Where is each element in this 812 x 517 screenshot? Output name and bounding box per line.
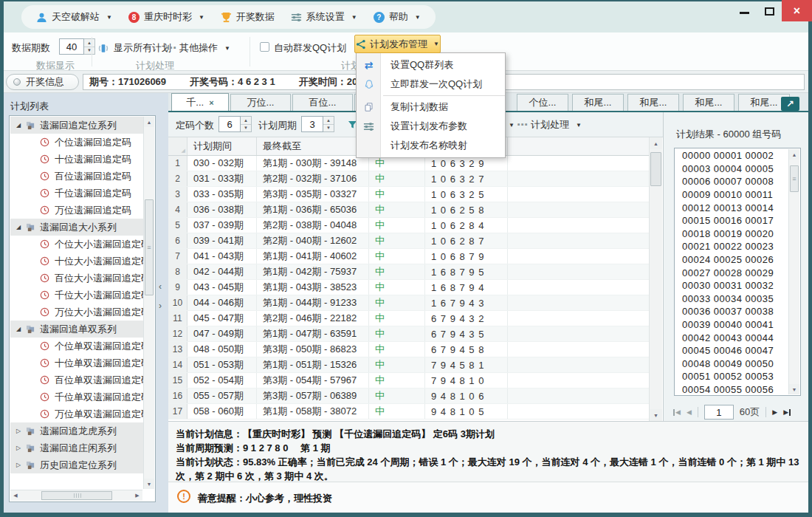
tree-group-row[interactable]: ▷遗漏回追庄闲系列 (10, 439, 144, 456)
scroll-right-icon[interactable]: ▶ (132, 490, 142, 501)
close-button[interactable]: × (782, 0, 812, 21)
menubar-item[interactable]: 天空破解站▼ (36, 10, 112, 24)
table-row[interactable]: 13048 - 050期第3期 - 050期 - 86823中6 7 9 4 5… (168, 342, 649, 357)
spin-down-icon[interactable]: ▼ (84, 47, 94, 55)
first-page-button[interactable]: ◀ (672, 408, 681, 416)
last-page-button[interactable]: ▶ (783, 408, 791, 416)
table-vertical-scrollbar[interactable]: ▲ ▼ (649, 137, 662, 421)
menu-item[interactable]: 立即群发一次QQ计划 (357, 75, 505, 94)
table-row[interactable]: 7041 - 043期第1期 - 041期 - 40602中1 0 6 8 7 … (168, 249, 649, 264)
table-row[interactable]: 2031 - 033期第2期 - 032期 - 37106中1 0 6 3 2 … (168, 171, 649, 187)
tab-0[interactable]: 千...× (171, 93, 229, 111)
tree-expanded-icon[interactable]: ◢ (16, 326, 26, 332)
show-all-plans-button[interactable]: 显示所有计划 (97, 38, 171, 58)
prev-page-button[interactable]: ◀ (687, 408, 692, 416)
scroll-down-icon[interactable]: ▼ (789, 384, 799, 394)
data-period-input[interactable] (59, 38, 84, 55)
tree-item-row[interactable]: 百位单双遗漏回追定码 (10, 372, 144, 388)
header-period[interactable]: 计划期间 (187, 137, 257, 155)
table-row[interactable]: 10044 - 046期第1期 - 044期 - 91233中1 6 7 9 4… (168, 295, 649, 311)
tree-hscroll-thumb[interactable] (41, 491, 112, 500)
tree-collapsed-icon[interactable]: ▷ (16, 445, 26, 451)
tree-item-row[interactable]: 十位单双遗漏回追定码 (10, 355, 144, 372)
table-row[interactable]: 12047 - 049期第1期 - 047期 - 63591中6 7 9 4 3… (168, 326, 649, 342)
table-row[interactable]: 8042 - 044期第1期 - 042期 - 75937中1 6 8 7 9 … (168, 264, 649, 280)
menubar-item[interactable]: ?帮助▼ (374, 10, 421, 24)
spin-up-icon[interactable]: ▲ (323, 117, 334, 125)
table-row[interactable]: 17058 - 060期第1期 - 058期 - 38072中9 4 8 1 0… (168, 404, 649, 420)
auto-qq-checkbox[interactable] (260, 42, 269, 52)
menubar-item[interactable]: 开奖数据 (221, 10, 275, 24)
tree-item-row[interactable]: 个位大小遗漏回追定码 (10, 236, 144, 253)
spin-up-icon[interactable]: ▲ (241, 117, 251, 125)
next-page-button[interactable]: ▶ (772, 408, 777, 416)
results-vertical-scrollbar[interactable]: ▲ ≡ ▼ (788, 149, 799, 394)
tab-7[interactable]: 和尾... (683, 94, 734, 111)
tree-horizontal-scrollbar[interactable]: ◀ ▶ (10, 490, 142, 501)
data-period-stepper[interactable]: ▲▼ (84, 38, 95, 55)
tree-expanded-icon[interactable]: ◢ (16, 224, 26, 230)
scroll-left-icon[interactable]: ◀ (10, 490, 21, 501)
table-row[interactable]: 14051 - 053期第1期 - 051期 - 15326中7 9 4 5 8… (168, 357, 649, 373)
table-row[interactable]: 5037 - 039期第2期 - 038期 - 04048中1 0 6 2 8 … (168, 218, 649, 233)
menu-item[interactable]: 设置计划发布参数 (357, 117, 505, 136)
results-scroll-thumb[interactable]: ≡ (790, 165, 799, 192)
plan-process-button[interactable]: ⋯ 计划处理 ▼ (517, 115, 582, 134)
menu-item[interactable]: 复制计划数据 (357, 97, 505, 117)
table-row[interactable]: 1030 - 032期第1期 - 030期 - 39148中1 0 6 3 2 … (168, 156, 649, 171)
tree-item-row[interactable]: 百位遗漏回追定码 (10, 168, 144, 185)
menu-item[interactable]: ⇄设置QQ群列表 (357, 55, 505, 75)
tree-group-row[interactable]: ◢遗漏回追定位系列 (10, 117, 144, 134)
scroll-up-icon[interactable]: ▲ (144, 117, 154, 127)
table-scroll-thumb[interactable] (650, 152, 661, 186)
fixed-count-input[interactable] (219, 116, 241, 132)
results-listbox[interactable]: 00000 00001 0000200003 00004 0000500006 … (674, 148, 801, 396)
plan-cycle-input[interactable] (301, 116, 323, 132)
tree-item-row[interactable]: 个位单双遗漏回追定码 (10, 338, 144, 355)
spin-up-icon[interactable]: ▲ (84, 39, 94, 47)
tree-group-row[interactable]: ▷历史回追定位系列 (10, 456, 144, 473)
minimize-button[interactable] (732, 0, 757, 19)
menu-item[interactable]: 计划发布名称映射 (357, 136, 505, 155)
table-row[interactable]: 3033 - 035期第3期 - 035期 - 03327中1 0 6 3 2 … (168, 187, 649, 202)
tree-item-row[interactable]: 十位大小遗漏回追定码 (10, 253, 144, 270)
tree-item-row[interactable]: 千位遗漏回追定码 (10, 185, 144, 202)
menubar-item[interactable]: 8重庆时时彩▼ (128, 10, 204, 24)
tree-collapsed-icon[interactable]: ▷ (16, 428, 26, 434)
tree-scroll-thumb[interactable]: ≡ (145, 199, 154, 295)
tree-group-row[interactable]: ◢遗漏回追单双系列 (10, 321, 144, 338)
tree-expanded-icon[interactable]: ◢ (16, 122, 26, 129)
tree-item-row[interactable]: 万位大小遗漏回追定码 (10, 304, 144, 321)
tree-item-row[interactable]: 万位遗漏回追定码 (10, 202, 144, 219)
tree-item-row[interactable]: 万位单双遗漏回追定码 (10, 405, 144, 422)
maximize-view-button[interactable]: ↗ (781, 97, 799, 111)
header-deadline[interactable]: 最终截至 (257, 137, 369, 155)
table-row[interactable]: 16055 - 057期第3期 - 057期 - 06389中9 4 8 1 0… (168, 388, 649, 404)
scroll-down-icon[interactable]: ▼ (144, 479, 154, 489)
tree-item-row[interactable]: 百位大小遗漏回追定码 (10, 270, 144, 287)
dropdown-arrow-icon[interactable]: ▼ (509, 122, 515, 129)
table-row[interactable]: 11045 - 047期第2期 - 046期 - 22182中6 7 9 4 3… (168, 311, 649, 326)
publish-manage-button[interactable]: 计划发布管理 ▼ (354, 35, 441, 53)
tab-5[interactable]: 和尾... (572, 94, 624, 111)
fixed-count-stepper[interactable]: ▲▼ (241, 116, 252, 132)
scroll-up-icon[interactable]: ▲ (650, 137, 662, 149)
table-row[interactable]: 4036 - 038期第1期 - 036期 - 65036中1 0 6 2 5 … (168, 202, 649, 218)
splitter-collapse-left-icon[interactable]: ‹ (159, 282, 162, 291)
page-number-input[interactable] (704, 405, 734, 420)
tab-6[interactable]: 和尾... (627, 94, 679, 111)
table-row[interactable]: 6039 - 041期第2期 - 040期 - 12602中1 0 6 2 8 … (168, 233, 649, 249)
scroll-down-icon[interactable]: ▼ (650, 409, 662, 421)
scroll-up-icon[interactable]: ▲ (789, 149, 799, 160)
maximize-button[interactable] (757, 0, 782, 19)
tree-item-row[interactable]: 十位遗漏回追定码 (10, 151, 144, 168)
draw-info-pill[interactable]: 开奖信息 (6, 74, 79, 90)
tab-4[interactable]: 个位... (517, 94, 568, 111)
tree-item-row[interactable]: 个位遗漏回追定码 (10, 134, 144, 151)
table-row[interactable]: 9043 - 045期第1期 - 043期 - 38523中1 6 8 7 9 … (168, 280, 649, 295)
spin-down-icon[interactable]: ▼ (241, 125, 251, 132)
tree-vertical-scrollbar[interactable]: ▲ ≡ ▼ (143, 117, 154, 489)
spin-down-icon[interactable]: ▼ (323, 125, 334, 132)
table-row[interactable]: 15052 - 054期第3期 - 054期 - 57967中7 9 4 8 1… (168, 373, 649, 388)
other-operations-button[interactable]: ⋯ 其他操作 ▼ (165, 38, 230, 58)
